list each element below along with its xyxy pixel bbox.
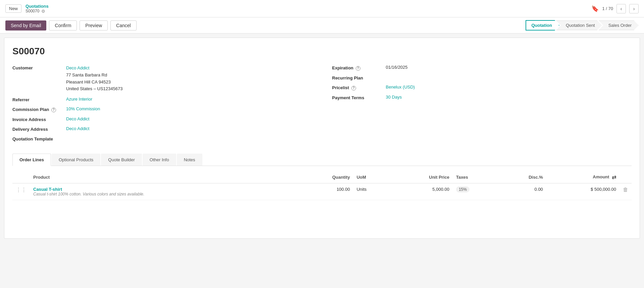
tab-other-info[interactable]: Other Info bbox=[143, 154, 176, 166]
form-section: Customer Deco Addict 77 Santa Barbara Rd… bbox=[12, 65, 632, 146]
new-button[interactable]: New bbox=[5, 4, 21, 13]
pipeline-step-quotation-sent[interactable]: Quotation Sent bbox=[556, 20, 602, 30]
top-bar: New Quotations S00070 ⚙ 🔖 1 / 70 ‹ › bbox=[0, 0, 644, 17]
pricelist-help-icon[interactable]: ? bbox=[351, 86, 356, 91]
pipeline-step-sales-order[interactable]: Sales Order bbox=[599, 20, 639, 30]
page-info: 1 / 70 bbox=[602, 6, 613, 11]
action-buttons: Send by Email Confirm Preview Cancel bbox=[5, 20, 137, 31]
status-pipeline: Quotation Quotation Sent Sales Order bbox=[526, 20, 639, 31]
send-email-button[interactable]: Send by Email bbox=[5, 20, 46, 31]
action-bar: Send by Email Confirm Preview Cancel Quo… bbox=[0, 17, 644, 34]
commission-plan-help-icon[interactable]: ? bbox=[51, 108, 56, 112]
col-actions bbox=[620, 171, 632, 183]
pricelist-value[interactable]: Benelux (USD) bbox=[386, 84, 415, 90]
amount-cell: $ 500,000.00 bbox=[546, 183, 620, 200]
pipeline-step-quotation[interactable]: Quotation bbox=[526, 20, 559, 31]
bookmark-icon[interactable]: 🔖 bbox=[591, 5, 599, 12]
expiration-help-icon[interactable]: ? bbox=[356, 66, 360, 71]
preview-button[interactable]: Preview bbox=[80, 20, 108, 31]
uom-cell[interactable]: Units bbox=[353, 183, 391, 200]
invoice-address-row: Invoice Address Deco Addict bbox=[12, 116, 312, 122]
expiration-value[interactable]: 01/16/2025 bbox=[386, 65, 408, 70]
payment-terms-row: Payment Terms 30 Days bbox=[332, 95, 632, 100]
pricelist-row: Pricelist ? Benelux (USD) bbox=[332, 84, 632, 91]
invoice-address-label: Invoice Address bbox=[12, 116, 66, 122]
invoice-address-value[interactable]: Deco Addict bbox=[66, 116, 89, 121]
pricelist-label: Pricelist ? bbox=[332, 84, 386, 91]
form-left-col: Customer Deco Addict 77 Santa Barbara Rd… bbox=[12, 65, 312, 146]
tab-quote-builder[interactable]: Quote Builder bbox=[101, 154, 142, 166]
delivery-address-label: Delivery Address bbox=[12, 126, 66, 132]
tab-optional-products[interactable]: Optional Products bbox=[52, 154, 100, 166]
customer-row: Customer Deco Addict 77 Santa Barbara Rd… bbox=[12, 65, 312, 93]
product-name[interactable]: Casual T-shirt bbox=[33, 187, 294, 192]
table-header-row: Product Quantity UoM Unit Price Taxes Di… bbox=[12, 171, 632, 183]
tax-badge[interactable]: 15% bbox=[456, 186, 469, 192]
tab-order-lines[interactable]: Order Lines bbox=[12, 154, 51, 166]
col-unit-price-header: Unit Price bbox=[391, 171, 452, 183]
customer-label: Customer bbox=[12, 65, 66, 70]
tabs: Order Lines Optional Products Quote Buil… bbox=[12, 154, 632, 166]
customer-address1: 77 Santa Barbara Rd bbox=[66, 72, 122, 79]
recurring-plan-row: Recurring Plan bbox=[332, 75, 632, 80]
breadcrumb-title[interactable]: Quotations bbox=[26, 4, 49, 9]
commission-plan-value[interactable]: 10% Commission bbox=[66, 106, 100, 111]
expiration-row: Expiration ? 01/16/2025 bbox=[332, 65, 632, 71]
quotation-template-row: Quotation Template bbox=[12, 136, 312, 141]
col-drag bbox=[12, 171, 30, 183]
top-bar-left: New Quotations S00070 ⚙ bbox=[5, 4, 49, 14]
order-table: Product Quantity UoM Unit Price Taxes Di… bbox=[12, 171, 632, 200]
product-cell: Casual T-shirt Casual t-shirt 100% cotto… bbox=[30, 183, 298, 200]
breadcrumb-record: S00070 bbox=[26, 9, 39, 13]
payment-terms-value[interactable]: 30 Days bbox=[386, 95, 402, 100]
recurring-plan-label: Recurring Plan bbox=[332, 75, 386, 80]
drag-cell[interactable]: ⋮⋮ bbox=[12, 183, 30, 200]
breadcrumb-sub: S00070 ⚙ bbox=[26, 9, 49, 14]
col-uom-header: UoM bbox=[353, 171, 391, 183]
delivery-address-value[interactable]: Deco Addict bbox=[66, 126, 89, 131]
tabs-container: Order Lines Optional Products Quote Buil… bbox=[12, 154, 632, 166]
col-amount-header: Amount ⇄ bbox=[546, 171, 620, 183]
col-quantity-header: Quantity bbox=[298, 171, 353, 183]
quotation-template-label: Quotation Template bbox=[12, 136, 66, 141]
expiration-label: Expiration ? bbox=[332, 65, 386, 71]
cancel-button[interactable]: Cancel bbox=[110, 20, 137, 31]
delete-row-button[interactable]: 🗑 bbox=[623, 187, 628, 193]
unit-price-cell[interactable]: 5,000.00 bbox=[391, 183, 452, 200]
prev-record-button[interactable]: ‹ bbox=[616, 4, 626, 13]
commission-plan-row: Commission Plan ? 10% Commission bbox=[12, 106, 312, 112]
referrer-row: Referrer Azure Interior bbox=[12, 97, 312, 102]
col-product-header: Product bbox=[30, 171, 298, 183]
table-row: ⋮⋮ Casual T-shirt Casual t-shirt 100% co… bbox=[12, 183, 632, 200]
amount-settings-icon[interactable]: ⇄ bbox=[612, 174, 616, 180]
delivery-address-row: Delivery Address Deco Addict bbox=[12, 126, 312, 132]
customer-value: Deco Addict 77 Santa Barbara Rd Pleasant… bbox=[66, 65, 122, 93]
record-title: S00070 bbox=[12, 46, 632, 57]
taxes-cell: 15% bbox=[453, 183, 499, 200]
quantity-cell[interactable]: 100.00 bbox=[298, 183, 353, 200]
disc-cell[interactable]: 0.00 bbox=[498, 183, 546, 200]
drag-handle-icon[interactable]: ⋮⋮ bbox=[16, 187, 27, 193]
referrer-value[interactable]: Azure Interior bbox=[66, 97, 92, 102]
delete-cell: 🗑 bbox=[620, 183, 632, 200]
payment-terms-label: Payment Terms bbox=[332, 95, 386, 100]
col-disc-header: Disc.% bbox=[498, 171, 546, 183]
referrer-label: Referrer bbox=[12, 97, 66, 102]
col-taxes-header: Taxes bbox=[453, 171, 499, 183]
customer-address3: United States – US12345673 bbox=[66, 85, 122, 93]
product-description: Casual t-shirt 100% cotton. Various colo… bbox=[33, 192, 294, 196]
commission-plan-label: Commission Plan ? bbox=[12, 106, 66, 112]
customer-name[interactable]: Deco Addict bbox=[66, 65, 122, 72]
next-record-button[interactable]: › bbox=[629, 4, 639, 13]
customer-address2: Pleasant Hill CA 94523 bbox=[66, 79, 122, 86]
confirm-button[interactable]: Confirm bbox=[49, 20, 77, 31]
gear-icon[interactable]: ⚙ bbox=[41, 9, 45, 14]
main-content: S00070 Customer Deco Addict 77 Santa Bar… bbox=[4, 38, 640, 239]
order-lines-panel: Product Quantity UoM Unit Price Taxes Di… bbox=[12, 171, 632, 200]
breadcrumb: Quotations S00070 ⚙ bbox=[26, 4, 49, 14]
form-right-col: Expiration ? 01/16/2025 Recurring Plan P… bbox=[332, 65, 632, 146]
tab-notes[interactable]: Notes bbox=[177, 154, 202, 166]
top-bar-right: 🔖 1 / 70 ‹ › bbox=[591, 4, 639, 13]
